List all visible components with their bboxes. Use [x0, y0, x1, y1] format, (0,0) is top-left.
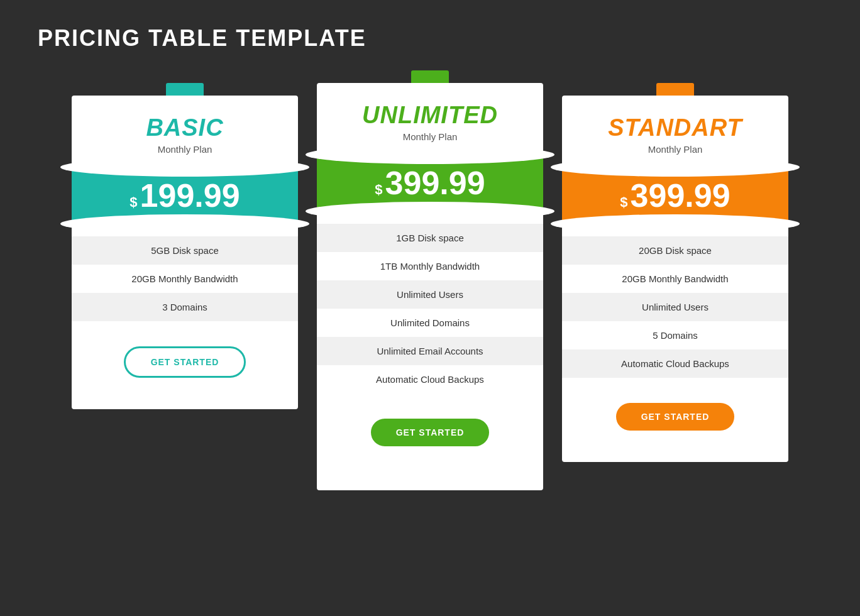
feature-item: Unlimited Users: [317, 280, 543, 309]
cta-button-standart[interactable]: GET STARTED: [616, 403, 735, 431]
plan-header-unlimited: UNLIMITEDMonthly Plan: [317, 83, 543, 155]
feature-item: 5 Domains: [562, 321, 788, 349]
cta-button-basic[interactable]: GET STARTED: [124, 346, 246, 378]
feature-item: 20GB Monthly Bandwidth: [72, 265, 298, 293]
price-amount-unlimited: 399.99: [385, 167, 485, 199]
feature-item: Unlimited Domains: [317, 309, 543, 337]
price-dollar-basic: $: [130, 194, 137, 211]
feature-item: 1TB Monthly Bandwidth: [317, 252, 543, 280]
feature-item: 3 Domains: [72, 293, 298, 321]
price-band-standart: $399.99: [562, 167, 788, 224]
plan-name-basic: BASIC: [84, 114, 285, 141]
price-text-unlimited: $399.99: [375, 167, 485, 199]
feature-item: Unlimited Users: [562, 293, 788, 321]
page-title: PRICING TABLE TEMPLATE: [38, 25, 367, 52]
features-list-basic: 5GB Disk space20GB Monthly Bandwidth3 Do…: [72, 236, 298, 321]
feature-item: 5GB Disk space: [72, 236, 298, 265]
plan-card-standart: STANDARTMonthly Plan$399.9920GB Disk spa…: [562, 96, 788, 462]
features-list-standart: 20GB Disk space20GB Monthly BandwidthUnl…: [562, 236, 788, 378]
plan-top-bar-standart: [656, 83, 694, 96]
price-dollar-unlimited: $: [375, 182, 382, 198]
price-text-standart: $399.99: [620, 179, 730, 212]
price-dollar-standart: $: [620, 194, 627, 211]
price-text-basic: $199.99: [130, 179, 240, 212]
plan-name-standart: STANDART: [575, 114, 776, 141]
feature-item: 20GB Monthly Bandwidth: [562, 265, 788, 293]
plan-card-unlimited: UNLIMITEDMonthly Plan$399.991GB Disk spa…: [317, 83, 543, 490]
price-amount-basic: 199.99: [140, 179, 240, 212]
plan-top-bar-basic: [166, 83, 204, 96]
price-amount-standart: 399.99: [631, 179, 730, 212]
plan-subtitle-basic: Monthly Plan: [84, 144, 285, 155]
feature-item: 20GB Disk space: [562, 236, 788, 265]
pricing-container: BASICMonthly Plan$199.995GB Disk space20…: [38, 83, 822, 490]
features-list-unlimited: 1GB Disk space1TB Monthly BandwidthUnlim…: [317, 224, 543, 393]
plan-top-bar-unlimited: [411, 70, 449, 83]
plan-subtitle-unlimited: Monthly Plan: [329, 131, 531, 142]
feature-item: Unlimited Email Accounts: [317, 337, 543, 365]
plan-name-unlimited: UNLIMITED: [329, 102, 531, 129]
price-band-unlimited: $399.99: [317, 155, 543, 211]
feature-item: Automatic Cloud Backups: [317, 365, 543, 393]
cta-button-unlimited[interactable]: GET STARTED: [371, 419, 490, 446]
plan-header-basic: BASICMonthly Plan: [72, 96, 298, 167]
plan-card-basic: BASICMonthly Plan$199.995GB Disk space20…: [72, 96, 298, 409]
price-band-basic: $199.99: [72, 167, 298, 224]
feature-item: 1GB Disk space: [317, 224, 543, 252]
feature-item: Automatic Cloud Backups: [562, 349, 788, 378]
plan-header-standart: STANDARTMonthly Plan: [562, 96, 788, 167]
plan-subtitle-standart: Monthly Plan: [575, 144, 776, 155]
